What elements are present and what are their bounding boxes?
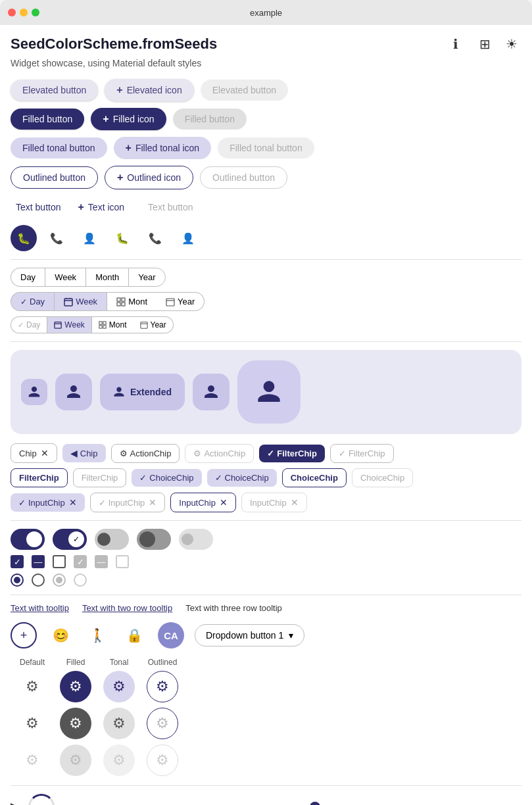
tonal-button-1[interactable]: Filled tonal button bbox=[11, 137, 107, 159]
icon-cell-outlined-3: ⚙ bbox=[141, 744, 184, 776]
layers-icon[interactable]: ⊞ bbox=[479, 36, 495, 52]
elevated-button-disabled: Elevated button bbox=[201, 80, 288, 101]
text-icon-button[interactable]: + Text icon bbox=[73, 196, 130, 218]
fab-small[interactable] bbox=[21, 379, 47, 405]
icon-cell-filled-2: ⚙ bbox=[54, 708, 97, 739]
app-container: SeedColorScheme.fromSeeds ℹ ⊞ ☀ Widget s… bbox=[0, 25, 532, 805]
chip-assist-filled[interactable]: ◀ Chip bbox=[62, 444, 106, 462]
toggle-thumb-1 bbox=[26, 531, 42, 547]
svg-rect-14 bbox=[99, 326, 102, 328]
chip-filter-outlined3[interactable]: FilterChip bbox=[73, 468, 127, 487]
checkbox-indeterminate-1[interactable]: — bbox=[32, 555, 45, 568]
elevated-button-1[interactable]: Elevated button bbox=[11, 80, 98, 101]
seg-day-1[interactable]: Day bbox=[11, 268, 45, 287]
chip-assist-1[interactable]: Chip ✕ bbox=[11, 443, 57, 463]
avatar-ca[interactable]: CA bbox=[158, 622, 184, 648]
fab-large[interactable] bbox=[237, 360, 301, 424]
minimize-dot[interactable] bbox=[20, 9, 28, 16]
chip-choice-outline[interactable]: ChoiceChip bbox=[282, 468, 347, 487]
seg-mont[interactable]: Mont bbox=[107, 292, 157, 311]
seg-week-3[interactable]: Week bbox=[47, 316, 91, 333]
tooltip-text-3[interactable]: Text with three row tooltip bbox=[185, 603, 282, 613]
plus-icon-2: + bbox=[103, 113, 109, 125]
tooltip-text-2[interactable]: Text with two row tooltip bbox=[82, 603, 172, 613]
outlined-icon-button[interactable]: + Outlined icon bbox=[105, 166, 193, 189]
gear-icon-disabled-1: ⚙ bbox=[16, 744, 48, 776]
slider-thumb[interactable] bbox=[310, 802, 320, 805]
icon-btn-phone[interactable]: 📞 bbox=[43, 225, 70, 251]
checkbox-checked-1[interactable]: ✓ bbox=[11, 555, 24, 568]
radio-unselected-1[interactable] bbox=[32, 573, 45, 587]
chip-filter-1[interactable]: ✓ FilterChip bbox=[259, 445, 325, 462]
seg-day-active[interactable]: ✓ Day bbox=[11, 292, 54, 311]
seg-week-1[interactable]: Week bbox=[45, 268, 85, 287]
segmented-row-2: ✓ Day Week Mont Year bbox=[11, 292, 521, 311]
brightness-icon[interactable]: ☀ bbox=[506, 36, 521, 52]
check-icon-chip: ✓ bbox=[267, 449, 274, 458]
text-button-1[interactable]: Text button bbox=[11, 197, 66, 218]
seg-mont-3[interactable]: Mont bbox=[91, 316, 133, 333]
chip-action-1[interactable]: ⚙ ActionChip bbox=[111, 444, 180, 463]
gear-icon-outlined-1[interactable]: ⚙ bbox=[147, 671, 178, 702]
lock-icon[interactable]: 🔒 bbox=[121, 622, 147, 648]
gear-icon-tonal-1[interactable]: ⚙ bbox=[103, 671, 135, 702]
outlined-button-1[interactable]: Outlined button bbox=[11, 166, 98, 189]
icon-btn-person-disabled: 👤 bbox=[175, 225, 201, 251]
chip-input-outline2[interactable]: InputChip ✕ bbox=[170, 493, 236, 512]
icon-btn-phone-disabled: 📞 bbox=[142, 225, 168, 251]
chip-close-icon[interactable]: ✕ bbox=[41, 448, 49, 458]
fab-extended[interactable]: Extended bbox=[100, 374, 185, 410]
tonal-icon-button[interactable]: + Filled tonal icon bbox=[114, 137, 212, 159]
gear-icon-filled-2[interactable]: ⚙ bbox=[60, 708, 91, 739]
chip-filter-outlined2[interactable]: FilterChip bbox=[11, 468, 68, 487]
chip-choice-selected[interactable]: ✓ ChoiceChip bbox=[132, 469, 201, 487]
gear-icon-default-2[interactable]: ⚙ bbox=[16, 708, 48, 739]
chip-choice-disabled: ChoiceChip bbox=[352, 468, 413, 487]
fab-standard-2[interactable] bbox=[193, 374, 230, 410]
close-dot[interactable] bbox=[8, 9, 16, 16]
tooltip-text-1[interactable]: Text with tooltip bbox=[11, 603, 69, 613]
icon-grid-header: Default Filled Tonal Outlined bbox=[11, 658, 521, 667]
divider-5 bbox=[11, 785, 521, 786]
info-icon[interactable]: ℹ bbox=[453, 36, 469, 52]
chip-input-close-1[interactable]: ✕ bbox=[69, 497, 77, 508]
dropdown-button-1[interactable]: Dropdown button 1 ▾ bbox=[195, 624, 304, 646]
toggle-off-1[interactable] bbox=[95, 529, 129, 550]
icon-btn-person[interactable]: 👤 bbox=[76, 225, 103, 251]
check-icon: ✓ bbox=[20, 297, 27, 306]
maximize-dot[interactable] bbox=[32, 9, 39, 16]
tooltip-row: Text with tooltip Text with two row tool… bbox=[11, 603, 521, 613]
gear-icon-filled-1[interactable]: ⚙ bbox=[60, 671, 91, 702]
seg-month-1[interactable]: Month bbox=[85, 268, 128, 287]
radio-selected-1[interactable] bbox=[11, 573, 24, 587]
chip-input-outlined[interactable]: ✓ InputChip ✕ bbox=[90, 493, 166, 512]
icon-btn-filled-bug[interactable]: 🐛 bbox=[11, 225, 37, 251]
seg-year-2[interactable]: Year bbox=[157, 292, 205, 311]
toggle-off-dot[interactable] bbox=[137, 529, 171, 550]
toggle-on-1[interactable] bbox=[11, 529, 45, 550]
fab-standard[interactable] bbox=[55, 374, 92, 410]
filled-button-1[interactable]: Filled button bbox=[11, 109, 84, 130]
seg-day-3[interactable]: ✓ Day bbox=[11, 316, 47, 333]
play-button[interactable]: ▶ bbox=[11, 799, 20, 805]
gear-icon-default-1[interactable]: ⚙ bbox=[16, 671, 48, 702]
checkbox-unchecked-1[interactable] bbox=[53, 555, 66, 568]
chip-input-close-3[interactable]: ✕ bbox=[220, 497, 228, 508]
seg-year-3[interactable]: Year bbox=[133, 316, 174, 333]
chip-action-2[interactable]: ⚙ ActionChip bbox=[185, 444, 254, 463]
chip-input-1[interactable]: ✓ InputChip ✕ bbox=[11, 493, 85, 512]
chip-input-close-2[interactable]: ✕ bbox=[149, 497, 157, 508]
elevated-icon-button[interactable]: + Elevated icon bbox=[105, 79, 193, 101]
seg-year-1[interactable]: Year bbox=[128, 268, 165, 287]
gear-icon-tonal-2[interactable]: ⚙ bbox=[103, 708, 135, 739]
emoji-icon[interactable]: 😊 bbox=[47, 622, 74, 648]
toggle-on-check[interactable]: ✓ bbox=[53, 529, 87, 550]
person-icon[interactable]: 🚶 bbox=[84, 622, 110, 648]
gear-icon-outlined-2[interactable]: ⚙ bbox=[147, 708, 178, 739]
seg-week-active[interactable]: Week bbox=[54, 292, 107, 311]
chip-choice-selected-2[interactable]: ✓ ChoiceChip bbox=[207, 469, 277, 487]
filled-icon-button[interactable]: + Filled icon bbox=[91, 108, 166, 130]
gear-icon-disabled-2: ⚙ bbox=[60, 744, 91, 776]
chip-filter-outlined[interactable]: ✓ FilterChip bbox=[330, 444, 394, 463]
add-circle-icon[interactable]: + bbox=[11, 622, 37, 648]
